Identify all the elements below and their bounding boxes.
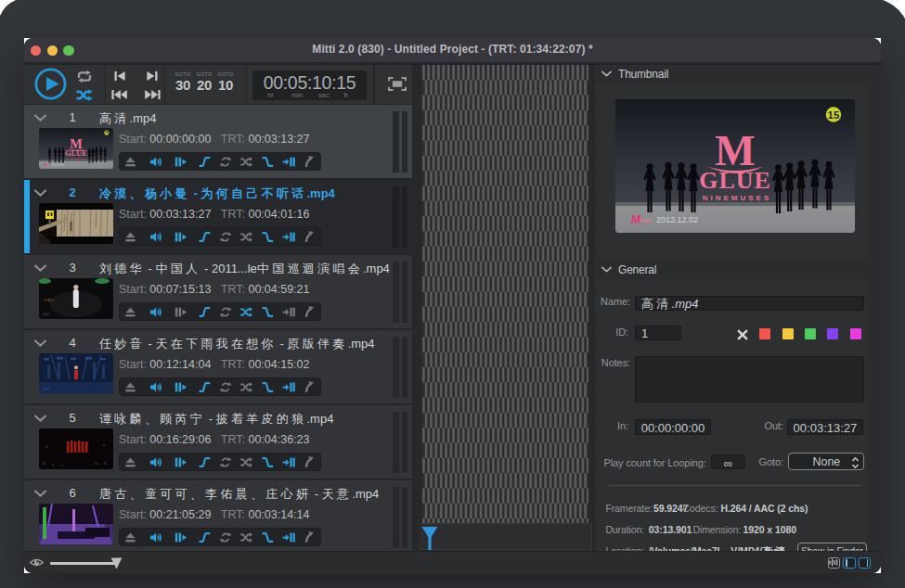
svg-text:中国人: 中国人 <box>44 298 55 302</box>
svg-text:2013.12.02: 2013.12.02 <box>656 214 698 224</box>
svg-text:KKTV: KKTV <box>43 388 51 391</box>
svg-text:GLUE: GLUE <box>699 167 771 194</box>
svg-text:15: 15 <box>828 109 840 120</box>
svg-text:net: net <box>640 216 652 224</box>
svg-text:2011: 2011 <box>43 313 50 316</box>
svg-text:NINEMUSES: NINEMUSES <box>703 193 772 201</box>
